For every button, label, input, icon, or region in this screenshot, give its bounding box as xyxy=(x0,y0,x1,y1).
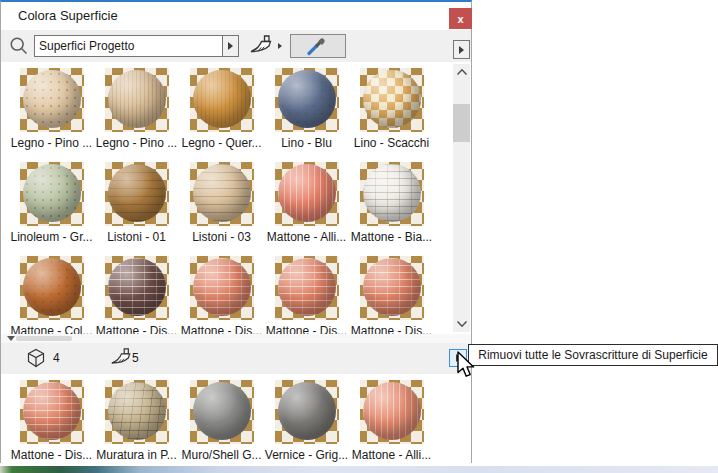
material-label: Legno - Quer... xyxy=(181,136,261,150)
titlebar[interactable]: Colora Superficie x xyxy=(1,2,471,30)
material-label: Linoleum - Gr... xyxy=(10,230,92,244)
material-sphere xyxy=(278,258,336,316)
material-sphere xyxy=(23,70,81,128)
material-thumbnail[interactable] xyxy=(105,380,169,444)
material-item[interactable]: Listoni - 01 xyxy=(94,162,179,256)
material-sphere xyxy=(363,258,421,316)
splitter-grip[interactable] xyxy=(16,336,72,341)
material-sphere xyxy=(23,382,81,440)
window-title: Colora Superficie xyxy=(18,8,118,23)
tooltip: Rimuovi tutte le Sovrascritture di Super… xyxy=(468,344,718,366)
material-thumbnail[interactable] xyxy=(190,162,254,226)
material-thumbnail[interactable] xyxy=(20,162,84,226)
material-label: Mattone - Dis... xyxy=(181,324,262,334)
mouse-cursor-icon xyxy=(455,351,477,381)
screen: Colora Superficie x xyxy=(0,0,718,473)
material-item[interactable]: Mattone - Dis... xyxy=(179,256,264,334)
material-thumbnail[interactable] xyxy=(105,68,169,132)
material-item[interactable]: Linoleum - Gr... xyxy=(9,162,94,256)
material-sphere xyxy=(108,164,166,222)
material-label: Legno - Pino ... xyxy=(96,136,177,150)
material-item[interactable]: Mattone - Col... xyxy=(9,256,94,334)
collapse-triangle-icon[interactable] xyxy=(7,336,15,341)
material-label: Mattone - Bia... xyxy=(351,230,432,244)
scrollbar-thumb[interactable] xyxy=(453,104,470,142)
material-item[interactable]: Mattone - Alli... xyxy=(264,162,349,256)
material-thumbnail[interactable] xyxy=(360,68,424,132)
material-item[interactable]: Listoni - 03 xyxy=(179,162,264,256)
material-sphere xyxy=(23,258,81,316)
vertical-scrollbar[interactable] xyxy=(453,64,470,332)
material-item[interactable]: Legno - Pino ... xyxy=(94,68,179,162)
material-thumbnail[interactable] xyxy=(190,256,254,320)
material-item[interactable]: Lino - Scacchi xyxy=(349,68,434,162)
cube-icon xyxy=(26,348,46,368)
eyedropper-button[interactable] xyxy=(290,34,346,58)
paintbrush-icon[interactable] xyxy=(248,34,274,58)
material-label: Mattone - Alli... xyxy=(352,448,431,462)
close-icon: x xyxy=(457,13,463,25)
material-label: Mattone - Dis... xyxy=(266,324,347,334)
material-item[interactable]: Muro/Shell G... xyxy=(179,380,264,463)
material-label: Mattone - Dis... xyxy=(11,448,92,462)
material-label: Vernice - Grig... xyxy=(265,448,348,462)
material-sphere xyxy=(108,382,166,440)
material-item[interactable]: Legno - Quer... xyxy=(179,68,264,162)
tooltip-text: Rimuovi tutte le Sovrascritture di Super… xyxy=(478,348,707,362)
material-thumbnail[interactable] xyxy=(20,256,84,320)
material-thumbnail[interactable] xyxy=(360,380,424,444)
chevron-up-icon xyxy=(456,68,468,76)
material-label: Lino - Blu xyxy=(281,136,332,150)
close-button[interactable]: x xyxy=(449,8,472,29)
material-thumbnail[interactable] xyxy=(275,162,339,226)
surface-list-upper[interactable]: Legno - Pino ...Legno - Pino ...Legno - … xyxy=(1,62,451,334)
material-label: Legno - Pino ... xyxy=(11,136,92,150)
toolbar-options-button[interactable] xyxy=(453,40,470,59)
material-item[interactable]: Muratura in P... xyxy=(94,380,179,463)
paintbrush-dropdown-icon[interactable] xyxy=(278,43,282,49)
arrow-right-icon xyxy=(459,46,464,54)
material-thumbnail[interactable] xyxy=(360,162,424,226)
material-item[interactable]: Mattone - Dis... xyxy=(9,380,94,463)
material-thumbnail[interactable] xyxy=(190,68,254,132)
material-label: Mattone - Dis... xyxy=(351,324,432,334)
material-item[interactable]: Mattone - Alli... xyxy=(349,380,434,463)
material-sphere xyxy=(278,382,336,440)
material-item[interactable]: Mattone - Dis... xyxy=(94,256,179,334)
material-item[interactable]: Mattone - Bia... xyxy=(349,162,434,256)
material-thumbnail[interactable] xyxy=(20,380,84,444)
material-sphere xyxy=(278,164,336,222)
material-sphere xyxy=(193,258,251,316)
material-item[interactable]: Vernice - Grig... xyxy=(264,380,349,463)
material-item[interactable]: Mattone - Dis... xyxy=(349,256,434,334)
material-sphere xyxy=(278,70,336,128)
material-label: Lino - Scacchi xyxy=(354,136,429,150)
material-thumbnail[interactable] xyxy=(20,68,84,132)
surface-grid-upper: Legno - Pino ...Legno - Pino ...Legno - … xyxy=(1,62,451,334)
material-label: Muratura in P... xyxy=(96,448,176,462)
material-item[interactable]: Mattone - Dis... xyxy=(264,256,349,334)
counts-bar: 4 5 xyxy=(1,343,471,374)
surface-count: 4 xyxy=(53,351,60,365)
colora-superficie-palette: Colora Superficie x xyxy=(0,0,472,463)
material-thumbnail[interactable] xyxy=(275,380,339,444)
material-thumbnail[interactable] xyxy=(190,380,254,444)
search-input[interactable] xyxy=(34,35,224,57)
material-sphere xyxy=(363,382,421,440)
material-sphere xyxy=(193,70,251,128)
material-thumbnail[interactable] xyxy=(105,256,169,320)
material-thumbnail[interactable] xyxy=(275,256,339,320)
background-app-strip xyxy=(0,466,718,473)
scroll-up-button[interactable] xyxy=(453,64,470,80)
material-thumbnail[interactable] xyxy=(360,256,424,320)
material-thumbnail[interactable] xyxy=(105,162,169,226)
material-item[interactable]: Lino - Blu xyxy=(264,68,349,162)
surface-list-lower[interactable]: Mattone - Dis...Muratura in P...Muro/She… xyxy=(1,374,471,463)
pane-splitter[interactable] xyxy=(1,334,471,343)
scroll-down-button[interactable] xyxy=(453,316,470,332)
material-thumbnail[interactable] xyxy=(275,68,339,132)
material-item[interactable]: Legno - Pino ... xyxy=(9,68,94,162)
chevron-down-icon xyxy=(456,320,468,328)
search-dropdown-button[interactable] xyxy=(222,35,239,57)
material-label: Mattone - Dis... xyxy=(96,324,177,334)
